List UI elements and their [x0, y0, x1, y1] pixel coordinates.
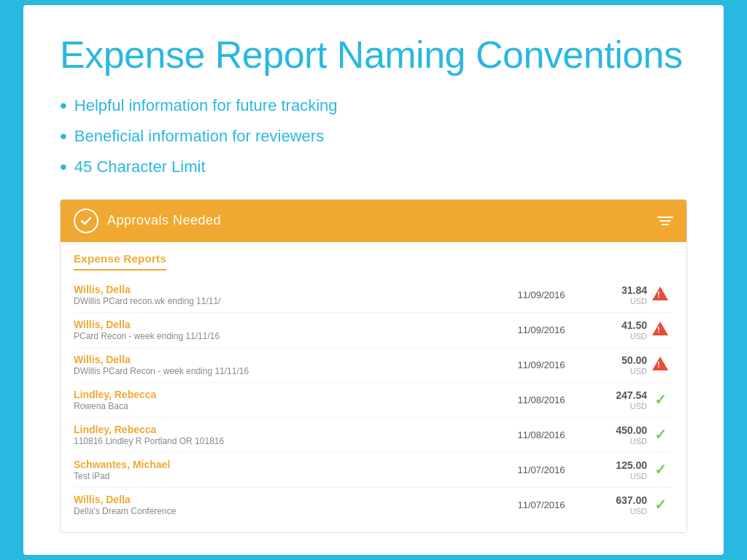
row-date: 11/07/2016 [501, 499, 581, 510]
widget-body: Expense Reports Willis, Della DWillis PC… [61, 242, 686, 532]
alert-icon [652, 357, 668, 370]
row-name: Willis, Della [74, 494, 501, 505]
row-amount: 247.54 USD [581, 389, 647, 411]
amount-currency: USD [581, 437, 647, 446]
widget-header-title: Approvals Needed [107, 213, 221, 228]
row-info: Schwantes, Michael Test iPad [74, 459, 501, 481]
checkmark-icon: ✓ [654, 497, 667, 513]
bullet-item-1: Helpful information for future tracking [60, 94, 687, 117]
row-name: Willis, Della [74, 319, 501, 330]
row-description: PCard Recon - week ending 11/11/16 [74, 331, 501, 341]
row-amount: 450.00 USD [581, 424, 647, 446]
alert-icon [652, 287, 668, 300]
row-info: Willis, Della DWillis PCard Recon - week… [74, 354, 501, 376]
row-date: 11/08/2016 [501, 394, 581, 405]
amount-value: 247.54 [616, 389, 647, 401]
row-date: 11/07/2016 [501, 464, 581, 475]
bullet-item-3: 45 Character Limit [60, 155, 687, 179]
row-amount: 41.50 USD [581, 319, 647, 341]
expense-row[interactable]: Willis, Della DWillis PCard Recon - week… [74, 348, 673, 383]
row-status [647, 287, 673, 303]
row-amount: 31.84 USD [581, 284, 647, 306]
row-status: ✓ [647, 426, 673, 443]
row-description: DWillis PCard recon.wk ending 11/11/ [74, 296, 501, 306]
amount-value: 125.00 [616, 459, 647, 471]
widget-header: Approvals Needed [61, 200, 686, 242]
row-status [647, 322, 673, 338]
amount-currency: USD [581, 297, 647, 306]
row-description: Della's Dream Conference [74, 506, 501, 516]
checkmark-icon: ✓ [654, 392, 667, 408]
amount-currency: USD [581, 472, 647, 481]
row-status: ✓ [647, 496, 673, 513]
checkmark-icon: ✓ [654, 427, 667, 443]
row-name: Lindley, Rebecca [74, 389, 501, 400]
row-date: 11/09/2016 [501, 324, 581, 335]
amount-currency: USD [581, 332, 647, 341]
row-status [647, 357, 673, 373]
row-date: 11/09/2016 [501, 359, 581, 370]
amount-currency: USD [581, 367, 647, 376]
widget-header-left: Approvals Needed [74, 209, 221, 233]
bullet-list: Helpful information for future tracking … [60, 94, 687, 179]
row-amount: 50.00 USD [581, 354, 647, 376]
checkmark-icon: ✓ [654, 462, 667, 478]
amount-value: 637.00 [616, 494, 647, 506]
row-name: Schwantes, Michael [74, 459, 501, 470]
amount-value: 31.84 [622, 284, 647, 296]
expense-row[interactable]: Lindley, Rebecca Rowena Baca 11/08/2016 … [74, 383, 673, 418]
row-name: Lindley, Rebecca [74, 424, 501, 435]
row-status: ✓ [647, 461, 673, 478]
row-info: Willis, Della PCard Recon - week ending … [74, 319, 501, 341]
row-description: DWillis PCard Recon - week ending 11/11/… [74, 366, 501, 376]
row-info: Willis, Della DWillis PCard recon.wk end… [74, 284, 501, 306]
main-title: Expense Report Naming Conventions [60, 34, 687, 76]
expense-row[interactable]: Willis, Della DWillis PCard recon.wk end… [74, 278, 673, 313]
approvals-check-icon [74, 209, 98, 233]
row-date: 11/09/2016 [501, 289, 581, 300]
approvals-widget: Approvals Needed Expense Reports Willis,… [60, 199, 687, 533]
row-amount: 637.00 USD [581, 494, 647, 516]
amount-value: 50.00 [622, 354, 647, 366]
expense-row[interactable]: Willis, Della PCard Recon - week ending … [74, 313, 673, 348]
row-status: ✓ [647, 391, 673, 408]
expense-row[interactable]: Willis, Della Della's Dream Conference 1… [74, 488, 673, 522]
row-info: Willis, Della Della's Dream Conference [74, 494, 501, 516]
amount-value: 450.00 [616, 424, 647, 436]
row-date: 11/08/2016 [501, 429, 581, 440]
row-info: Lindley, Rebecca 110816 Lindley R Portla… [74, 424, 501, 446]
alert-icon [652, 322, 668, 335]
expense-row[interactable]: Lindley, Rebecca 110816 Lindley R Portla… [74, 418, 673, 453]
row-amount: 125.00 USD [581, 459, 647, 481]
slide: Expense Report Naming Conventions Helpfu… [23, 5, 724, 554]
row-name: Willis, Della [74, 284, 501, 295]
amount-value: 41.50 [622, 319, 647, 331]
expense-rows-container: Willis, Della DWillis PCard recon.wk end… [74, 278, 673, 522]
amount-currency: USD [581, 507, 647, 516]
amount-currency: USD [581, 402, 647, 411]
expense-row[interactable]: Schwantes, Michael Test iPad 11/07/2016 … [74, 453, 673, 488]
row-description: Test iPad [74, 471, 501, 481]
row-info: Lindley, Rebecca Rowena Baca [74, 389, 501, 411]
row-description: 110816 Lindley R Portland OR 101816 [74, 436, 501, 446]
row-name: Willis, Della [74, 354, 501, 365]
section-title: Expense Reports [74, 252, 166, 271]
bullet-item-2: Beneficial information for reviewers [60, 125, 687, 148]
row-description: Rowena Baca [74, 401, 501, 411]
filter-icon[interactable] [657, 217, 673, 225]
